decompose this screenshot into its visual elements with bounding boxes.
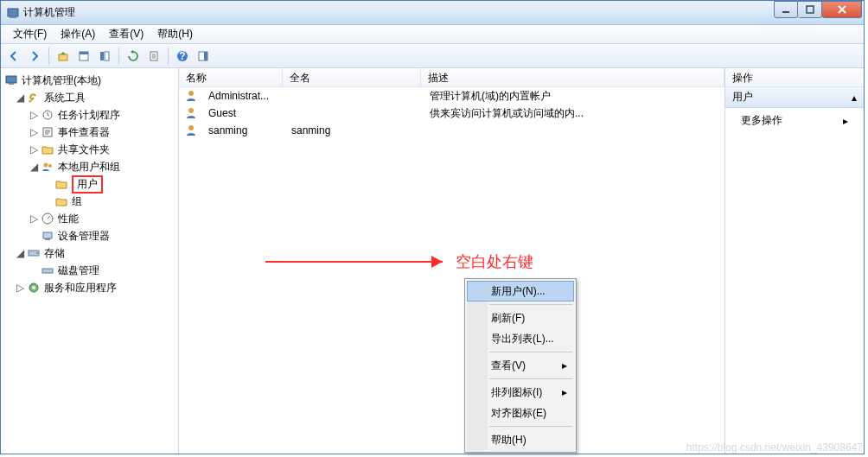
col-desc[interactable]: 描述: [421, 68, 724, 86]
expand-icon[interactable]: ▷: [29, 213, 39, 224]
tree-perf[interactable]: ▷ 性能: [1, 210, 178, 227]
properties-button[interactable]: [74, 47, 93, 66]
action-more[interactable]: 更多操作 ▸: [725, 108, 864, 133]
minimize-button[interactable]: [774, 1, 798, 18]
toolbar: ?: [1, 44, 864, 68]
tree-storage[interactable]: ◢ 存储: [1, 244, 178, 262]
svg-rect-6: [80, 52, 88, 54]
list-row[interactable]: Guest供来宾访问计算机或访问域的内...: [179, 105, 724, 122]
expand-icon[interactable]: ▷: [29, 110, 39, 120]
tree-localusers[interactable]: ◢ 本地用户和组: [1, 158, 178, 175]
close-button[interactable]: [822, 1, 862, 18]
clock-icon: [41, 108, 54, 122]
action-group[interactable]: 用户 ▴: [725, 87, 864, 108]
tree-devmgr[interactable]: 设备管理器: [1, 227, 178, 244]
tree-diskmgr[interactable]: 磁盘管理: [1, 262, 178, 279]
menu-file[interactable]: 文件(F): [6, 25, 54, 43]
svg-text:?: ?: [179, 50, 185, 62]
chevron-up-icon: ▴: [852, 92, 857, 104]
cell-name: Guest: [201, 107, 284, 119]
svg-rect-15: [9, 83, 14, 85]
user-icon: [184, 89, 198, 103]
menu-view[interactable]: 查看(V): [102, 25, 150, 43]
tree-users[interactable]: 用户: [1, 175, 178, 193]
collapse-icon[interactable]: ◢: [15, 248, 25, 258]
watermark: https://blog.csdn.net/weixin_43908647: [686, 441, 863, 454]
tree-root[interactable]: 计算机管理(本地): [1, 72, 178, 89]
svg-point-18: [44, 163, 48, 168]
folder-icon: [54, 194, 68, 208]
user-icon: [184, 106, 198, 120]
forward-button[interactable]: [25, 47, 44, 66]
tree-groups[interactable]: 组: [1, 193, 178, 210]
svg-point-24: [36, 252, 38, 254]
menu-arrange[interactable]: 排列图标(I)▸: [467, 382, 574, 403]
svg-rect-22: [45, 238, 50, 240]
window-root: 计算机管理 文件(F) 操作(A) 查看(V) 帮助(H) ? 计算机管理(本地…: [0, 0, 865, 454]
computer-icon: [4, 73, 18, 87]
menu-newuser[interactable]: 新用户(N)...: [467, 281, 574, 301]
menu-export[interactable]: 导出列表(L)...: [467, 328, 574, 349]
chevron-right-icon: ▸: [562, 359, 567, 371]
users-icon: [41, 160, 54, 174]
disk-icon: [41, 263, 54, 277]
maximize-button[interactable]: [798, 1, 822, 18]
show-hide-button[interactable]: [95, 47, 114, 66]
app-icon: [6, 6, 20, 20]
up-button[interactable]: [54, 47, 73, 66]
menu-view[interactable]: 查看(V)▸: [467, 355, 574, 376]
menu-separator: [489, 352, 572, 352]
tree-services[interactable]: ▷ 服务和应用程序: [1, 279, 178, 296]
collapse-icon[interactable]: ◢: [29, 162, 39, 172]
collapse-icon[interactable]: ◢: [15, 92, 25, 103]
menu-action[interactable]: 操作(A): [54, 25, 102, 43]
tree-event[interactable]: ▷ 事件查看器: [1, 124, 178, 141]
tree-task[interactable]: ▷ 任务计划程序: [1, 106, 178, 124]
col-name[interactable]: 名称: [179, 68, 283, 86]
svg-rect-2: [782, 11, 789, 13]
back-button[interactable]: [4, 47, 23, 66]
list-body[interactable]: Administrat...管理计算机(域)的内置帐户Guest供来宾访问计算机…: [179, 87, 724, 139]
toolbar-separator: [168, 48, 169, 65]
menubar: 文件(F) 操作(A) 查看(V) 帮助(H): [1, 25, 864, 44]
cell-desc: 供来宾访问计算机或访问域的内...: [423, 106, 724, 121]
tree-systools[interactable]: ◢ 系统工具: [1, 89, 178, 106]
expand-icon[interactable]: ▷: [29, 144, 39, 155]
svg-rect-25: [42, 269, 53, 273]
list-row[interactable]: Administrat...管理计算机(域)的内置帐户: [179, 87, 724, 105]
folder-icon: [41, 143, 54, 156]
content-area: 计算机管理(本地) ◢ 系统工具 ▷ 任务计划程序 ▷ 事件查看器 ▷ 共享文件…: [1, 68, 864, 454]
event-icon: [41, 125, 54, 139]
cell-full: sanming: [284, 124, 423, 136]
services-icon: [27, 281, 41, 295]
action-pane: 操作 用户 ▴ 更多操作 ▸: [725, 68, 864, 454]
svg-point-29: [188, 108, 194, 113]
col-full[interactable]: 全名: [283, 68, 421, 86]
menu-separator: [489, 304, 572, 305]
tree-shared[interactable]: ▷ 共享文件夹: [1, 141, 178, 158]
tree-pane[interactable]: 计算机管理(本地) ◢ 系统工具 ▷ 任务计划程序 ▷ 事件查看器 ▷ 共享文件…: [1, 68, 179, 454]
annotation-text: 空白处右键: [456, 251, 533, 272]
export-button[interactable]: [144, 47, 163, 66]
menu-help[interactable]: 帮助(H): [150, 25, 200, 43]
refresh-button[interactable]: [124, 47, 143, 66]
menu-refresh[interactable]: 刷新(F): [467, 308, 574, 328]
menu-align[interactable]: 对齐图标(E): [467, 403, 574, 423]
help-button[interactable]: ?: [173, 47, 192, 66]
svg-rect-7: [100, 52, 104, 60]
svg-rect-8: [105, 52, 109, 60]
menu-separator: [489, 426, 572, 427]
toolbar-separator: [118, 48, 119, 65]
list-row[interactable]: sanmingsanming: [179, 122, 724, 139]
chevron-right-icon: ▸: [843, 115, 848, 127]
menu-help[interactable]: 帮助(H): [467, 429, 574, 450]
action-pane-button[interactable]: [194, 47, 213, 66]
svg-rect-0: [8, 9, 18, 16]
expand-icon[interactable]: ▷: [15, 282, 25, 293]
list-pane[interactable]: 名称 全名 描述 Administrat...管理计算机(域)的内置帐户Gues…: [179, 68, 725, 454]
titlebar[interactable]: 计算机管理: [1, 1, 864, 25]
expand-icon[interactable]: ▷: [29, 127, 39, 137]
svg-rect-13: [204, 52, 207, 60]
perf-icon: [41, 212, 54, 225]
chevron-right-icon: ▸: [562, 386, 567, 398]
